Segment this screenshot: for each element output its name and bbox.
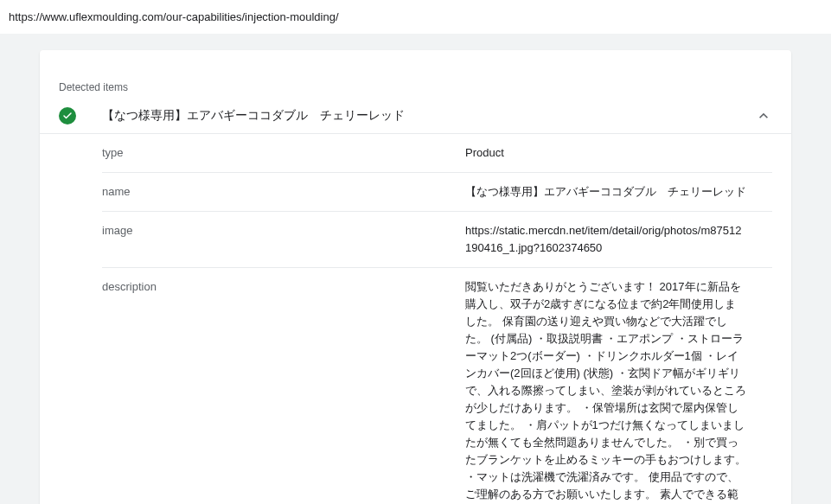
section-label: Detected items [40, 50, 791, 102]
property-key: image [102, 222, 465, 257]
results-card: Detected items 【なつ様専用】エアバギーココダブル チェリーレッド… [40, 50, 791, 504]
url-text: https://www.uflexmoulding.com/our-capabi… [9, 10, 339, 23]
property-list: type Product name 【なつ様専用】エアバギーココダブル チェリー… [40, 134, 791, 504]
item-title: 【なつ様専用】エアバギーココダブル チェリーレッド [76, 108, 755, 124]
property-row: description 閲覧いただきありがとうございます！ 2017年に新品を購… [102, 268, 772, 504]
property-value: 【なつ様専用】エアバギーココダブル チェリーレッド [465, 183, 772, 201]
url-bar: https://www.uflexmoulding.com/our-capabi… [0, 0, 831, 35]
property-row: image https://static.mercdn.net/item/det… [102, 212, 772, 268]
property-row: type Product [102, 134, 772, 173]
property-key: description [102, 278, 465, 503]
property-key: type [102, 144, 465, 162]
check-circle-icon [59, 107, 76, 124]
chevron-up-icon[interactable] [755, 107, 772, 124]
property-row: name 【なつ様専用】エアバギーココダブル チェリーレッド [102, 173, 772, 212]
detected-item-header[interactable]: 【なつ様専用】エアバギーココダブル チェリーレッド [40, 102, 791, 134]
property-value: Product [465, 144, 772, 162]
property-value: https://static.mercdn.net/item/detail/or… [465, 222, 772, 257]
property-key: name [102, 183, 465, 201]
property-value: 閲覧いただきありがとうございます！ 2017年に新品を購入し、双子が2歳すぎにな… [465, 278, 772, 503]
